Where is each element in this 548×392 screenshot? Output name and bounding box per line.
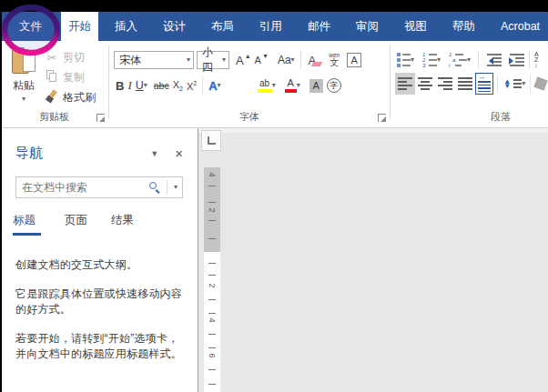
ribbon-tab[interactable]: 布局 [202, 12, 243, 41]
align-center-button[interactable] [415, 73, 435, 95]
justify-icon [455, 74, 475, 94]
navigation-tab[interactable]: 页面 [65, 213, 87, 236]
clear-formatting-button[interactable]: A [307, 50, 319, 70]
ruler-mark [208, 275, 216, 276]
align-center-icon [415, 74, 435, 94]
chevron-down-icon[interactable]: ▾ [222, 56, 226, 64]
align-left-button[interactable] [395, 73, 415, 95]
increase-indent-icon [509, 54, 524, 66]
vertical-ruler[interactable]: 4 2 2 [204, 167, 220, 392]
navigation-tab[interactable]: 结果 [111, 213, 134, 236]
text-effects-button[interactable]: A▾ [207, 75, 222, 95]
grow-font-button[interactable]: A▲ [234, 50, 253, 70]
align-right-button[interactable] [435, 73, 455, 95]
ribbon-tab[interactable]: 引用 [250, 12, 291, 41]
copy-label: 复制 [63, 70, 85, 85]
enclose-characters-button[interactable]: 字 [325, 75, 343, 95]
ribbon-tab[interactable]: Acrobat [492, 12, 548, 41]
character-border-button[interactable]: A [345, 50, 363, 70]
subscript-button[interactable]: X2 [171, 75, 185, 95]
bold-button[interactable]: B [114, 75, 126, 95]
ruler-mark: 4 [208, 166, 217, 183]
ribbon-tab[interactable]: 审阅 [347, 12, 388, 41]
chevron-down-icon[interactable]: ▾ [187, 56, 190, 64]
tab-stop-selector[interactable] [201, 130, 221, 151]
ruler-mark [208, 299, 216, 300]
decrease-indent-button[interactable] [484, 50, 503, 70]
cut-label: 剪切 [63, 50, 85, 65]
justify-button[interactable] [455, 73, 475, 95]
search-dropdown-icon[interactable]: ▾ [169, 184, 182, 191]
ribbon-tab[interactable]: 开始 [61, 12, 98, 41]
highlight-icon: ab [258, 79, 272, 93]
navigation-close-icon[interactable]: × [175, 146, 183, 160]
document-top-strip [198, 128, 548, 133]
vertical-ruler-text-segment: 2 4 6 [204, 252, 220, 392]
ribbon-tab[interactable]: 设计 [154, 12, 195, 41]
font-color-button[interactable]: A▾ [283, 75, 302, 95]
shrink-font-button[interactable]: A▼ [253, 50, 270, 70]
font-size-combo[interactable]: 小四▾ [197, 51, 229, 69]
highlight-color-button[interactable]: ab▾ [256, 75, 278, 95]
underline-button[interactable]: U▾ [134, 75, 149, 95]
strikethrough-button[interactable]: abc [152, 75, 171, 95]
character-shading-button[interactable]: A [308, 75, 325, 95]
ribbon-tab[interactable]: 插入 [106, 12, 147, 41]
format-painter-icon [46, 90, 58, 103]
ruler-mark [208, 238, 216, 239]
scissors-icon: ✂ [45, 51, 59, 65]
superscript-button[interactable]: X2 [185, 75, 198, 95]
cut-button[interactable]: ✂ 剪切 [45, 47, 96, 67]
navigation-pane-title: 导航 [15, 145, 150, 162]
toolbar-separator [478, 51, 479, 69]
sort-button[interactable]: AZ↓ [533, 50, 541, 70]
ruler-mark [208, 384, 216, 385]
vertical-ruler-margin-segment: 4 2 [204, 167, 220, 252]
distribute-icon: ↔ [475, 73, 493, 95]
search-input[interactable] [22, 181, 148, 194]
navigation-options-chevron-icon[interactable]: ▼ [150, 149, 158, 158]
bullet-list-icon [397, 53, 411, 67]
format-painter-button[interactable]: 格式刷 [45, 87, 96, 107]
ribbon-tab[interactable]: 帮助 [443, 12, 484, 41]
paste-dropdown-icon[interactable]: ▾ [22, 95, 25, 103]
bullets-button[interactable]: ▾ [395, 50, 416, 70]
increase-indent-button[interactable] [507, 50, 526, 70]
shading-button[interactable] [533, 74, 548, 94]
document-search-box[interactable]: ▾ [15, 176, 183, 198]
copy-button[interactable]: 复制 [45, 67, 96, 87]
ribbon-tab[interactable]: 视图 [395, 12, 436, 41]
phonetic-guide-button[interactable]: wén 文 [327, 50, 341, 70]
multilevel-list-button[interactable]: 1 a i ▾ [447, 50, 472, 70]
navigation-help-text: 创建文档的交互式大纲。 它是跟踪具体位置或快速移动内容的好方式。 若要开始，请转… [15, 257, 183, 362]
clipboard-dialog-launcher[interactable] [96, 114, 105, 122]
toolbar-separator [529, 51, 530, 69]
distribute-button[interactable]: ↔ [475, 73, 493, 95]
align-right-icon [435, 74, 455, 94]
font-group-label: 字体 [109, 110, 390, 124]
numbering-button[interactable]: 1 2 3 ▾ [421, 50, 442, 70]
toolbar-separator [300, 51, 301, 69]
left-tab-icon [208, 136, 216, 145]
multilevel-list-icon: 1 a i [449, 53, 467, 67]
italic-button[interactable]: I [126, 75, 133, 95]
navigation-tab[interactable]: 标题 [13, 213, 41, 236]
document-area[interactable]: 4 2 2 [198, 128, 548, 392]
paste-button[interactable]: 粘贴 ▾ [5, 45, 43, 107]
ribbon-tab[interactable]: 邮件 [299, 12, 340, 41]
ruler-mark: 4 [208, 312, 217, 328]
toolbar-separator [202, 76, 203, 95]
shading-bucket-icon [533, 76, 547, 90]
paste-label: 粘贴 [13, 78, 35, 94]
search-icon[interactable] [148, 181, 161, 194]
font-dialog-launcher[interactable] [378, 114, 386, 122]
copy-icon [46, 70, 57, 82]
line-spacing-button[interactable]: ▲▼ ▾ [502, 74, 527, 94]
ribbon-tab[interactable]: 文件 [5, 12, 56, 41]
change-case-button[interactable]: Aa▾ [276, 50, 297, 70]
ruler-mark: 6 [208, 347, 217, 364]
font-name-combo[interactable]: 宋体▾ [114, 51, 194, 69]
navigation-help-paragraph: 创建文档的交互式大纲。 [15, 257, 183, 273]
clipboard-group-label: 剪贴板 [0, 110, 108, 124]
enclose-characters-icon: 字 [327, 78, 341, 93]
